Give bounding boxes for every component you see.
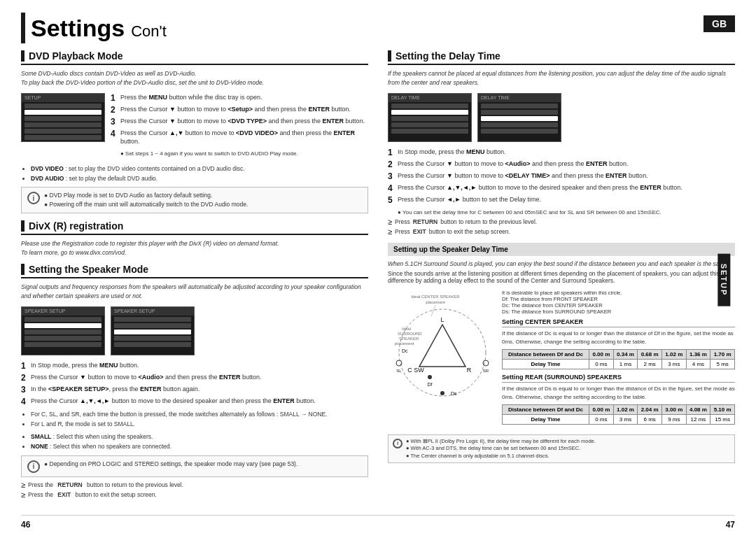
speaker-screens: SPEAKER SETUP SPEAKER SETUP	[21, 306, 368, 355]
speaker-return: Press the RETURN button to return to the…	[21, 481, 368, 489]
delay-screen-2: DELAY TIME	[477, 93, 561, 142]
svg-text:Ds: Ds	[451, 391, 457, 396]
rear-speaker-table: Distance between Df and Dc 0.00 m 1.02 m…	[502, 404, 735, 425]
delay-exit: Press EXIT button to exit the setup scre…	[388, 228, 735, 236]
delay-tables: It is desirable to place all speakers wi…	[502, 290, 735, 429]
svg-text:SURROUND: SURROUND	[398, 332, 422, 336]
speaker-screen-1: SPEAKER SETUP	[21, 306, 105, 355]
note-icon: i	[27, 192, 40, 204]
speaker-delay-subtitle: Setting up the Speaker Delay Time	[388, 243, 735, 256]
svg-marker-1	[419, 325, 465, 367]
page-header: Settings Con't GB	[21, 13, 735, 43]
delay-screen-1: DELAY TIME	[388, 93, 472, 142]
svg-point-5	[428, 375, 432, 379]
page-title: Settings Con't	[31, 15, 167, 42]
svg-text:placement: placement	[426, 300, 445, 304]
speaker-delay-desc2: Since the sounds arrive at the listening…	[388, 270, 735, 284]
right-column: Setting the Delay Time If the speakers c…	[388, 50, 735, 509]
speaker-screen-2: SPEAKER SETUP	[111, 306, 195, 355]
section-bar-4	[388, 50, 391, 62]
delay-steps: 1In Stop mode, press the MENU button. 2P…	[388, 148, 735, 205]
page-num-left: 46	[21, 520, 30, 530]
speaker-delay-section: Setting up the Speaker Delay Time When 5…	[388, 243, 735, 464]
speaker-note-text: ● Depending on PRO LOGIC and STEREO sett…	[44, 460, 298, 469]
page: Settings Con't GB DVD Playback Mode Some…	[0, 0, 756, 538]
svg-text:R: R	[467, 367, 472, 374]
title-block: Settings Con't	[21, 13, 167, 43]
divx-section: DivX (R) registration Please use the Reg…	[21, 220, 368, 257]
divx-title: DivX (R) registration	[21, 220, 368, 235]
delay-diagram-area: L C SW R Df Ds Dc SL	[388, 290, 735, 429]
center-speaker-title: Setting CENTER SPEAKER	[502, 318, 735, 327]
section-bar-2	[21, 220, 24, 232]
rear-speaker-title: Setting REAR (SURROUND) SPEAKERS	[502, 374, 735, 383]
dvd-playback-section: DVD Playback Mode Some DVD-Audio discs c…	[21, 50, 368, 213]
gb-badge: GB	[704, 15, 735, 32]
svg-text:Ideal CENTER SPEAKER: Ideal CENTER SPEAKER	[411, 295, 460, 299]
rear-speaker-desc: If the distance of Ds is equal to or lon…	[502, 385, 735, 402]
delay-time-desc: If the speakers cannot be placed at equa…	[388, 69, 735, 87]
svg-text:SL: SL	[396, 369, 402, 373]
svg-text:Dc: Dc	[402, 348, 408, 353]
delay-note-text: ● With ⊠PL II (Dolby Pro Logic II), the …	[406, 438, 596, 460]
svg-text:Ideal: Ideal	[402, 327, 411, 331]
delay-screens: DELAY TIME DELAY TIME	[388, 93, 735, 142]
speaker-delay-desc1: When 5.1CH Surround Sound is played, you…	[388, 260, 735, 267]
delay-final-note: i ● With ⊠PL II (Dolby Pro Logic II), th…	[388, 434, 735, 464]
dvd-playback-desc: Some DVD-Audio discs contain DVD-Video a…	[21, 69, 368, 87]
svg-text:Df: Df	[428, 382, 433, 387]
speaker-note: i ● Depending on PRO LOGIC and STEREO se…	[21, 455, 368, 477]
section-bar	[21, 50, 24, 62]
speaker-bullets2: SMALL : Select this when using the speak…	[31, 433, 368, 451]
center-speaker-table: Distance between Df and Dc 0.00 m 0.34 m…	[502, 349, 735, 369]
dvd-screen-1: SETUP	[21, 93, 105, 142]
delay-time-section: Setting the Delay Time If the speakers c…	[388, 50, 735, 236]
delay-time-title: Setting the Delay Time	[388, 50, 735, 65]
dvd-screens: SETUP 1Press the MENU button while the d…	[21, 93, 368, 160]
speaker-steps: 1In Stop mode, press the MENU button. 2P…	[21, 361, 368, 406]
speaker-diagram-svg: L C SW R Df Ds Dc SL	[388, 290, 496, 398]
dvd-note: i ● DVD Play mode is set to DVD Audio as…	[21, 187, 368, 213]
delay-return: Press RETURN button to return to the pre…	[388, 218, 735, 226]
page-numbers: 46 47	[21, 515, 735, 530]
speaker-mode-desc: Signal outputs and frequency responses f…	[21, 283, 368, 301]
speaker-mode-section: Setting the Speaker Mode Signal outputs …	[21, 264, 368, 498]
svg-point-12	[483, 360, 489, 366]
dvd-playback-title: DVD Playback Mode	[21, 50, 368, 65]
svg-text:SPEAKER: SPEAKER	[399, 337, 419, 341]
center-speaker-desc: If the distance of Dc is equal to or lon…	[502, 330, 735, 346]
speaker-exit: Press the EXIT button to exit the setup …	[21, 491, 368, 499]
svg-text:placement: placement	[395, 341, 414, 346]
speaker-mode-title: Setting the Speaker Mode	[21, 264, 368, 278]
left-column: DVD Playback Mode Some DVD-Audio discs c…	[21, 50, 368, 509]
svg-point-7	[440, 391, 444, 395]
svg-text:SR: SR	[483, 369, 489, 373]
main-content: DVD Playback Mode Some DVD-Audio discs c…	[21, 50, 735, 509]
divx-desc: Please use the Registration code to regi…	[21, 239, 368, 257]
svg-point-10	[396, 360, 402, 366]
dvd-steps: 1Press the MENU button while the disc tr…	[111, 93, 368, 146]
dvd-bullets: DVD VIDEO : set to play the DVD video co…	[31, 165, 368, 183]
title-bar-decoration	[21, 13, 25, 43]
page-num-right: 47	[726, 520, 735, 530]
section-bar-3	[21, 264, 24, 275]
svg-text:C SW: C SW	[407, 367, 424, 374]
speaker-note-icon: i	[27, 460, 40, 473]
note-text: ● DVD Play mode is set to DVD Audio as f…	[44, 191, 248, 209]
speaker-bullets: For C, SL, and SR, each time the button …	[31, 411, 368, 429]
setup-badge: SETUP	[718, 254, 731, 306]
delay-note-icon: i	[393, 439, 402, 448]
svg-text:L: L	[440, 316, 444, 323]
